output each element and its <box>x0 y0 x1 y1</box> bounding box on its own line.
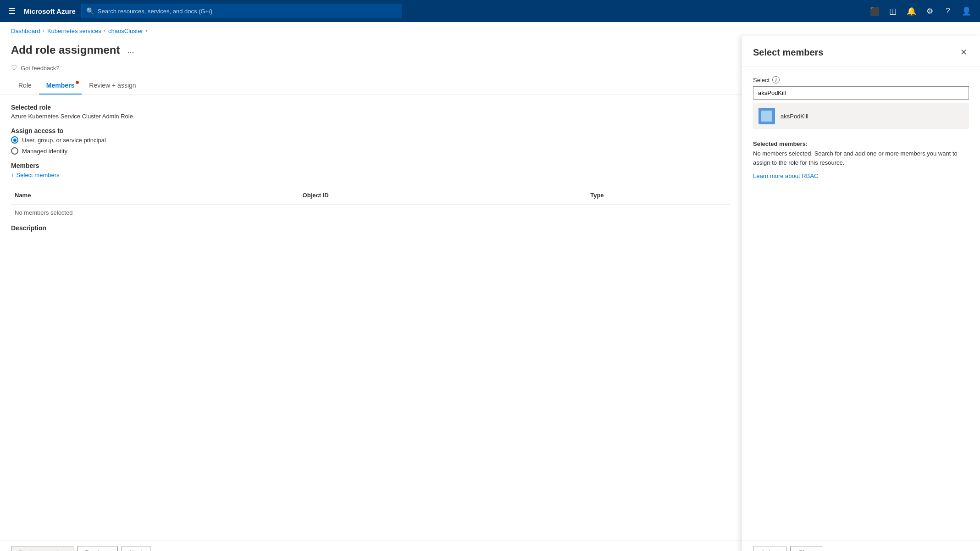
selected-role-section: Selected role Azure Kubernetes Service C… <box>11 104 731 120</box>
select-members-link-label: Select members <box>17 172 60 178</box>
right-panel: Select members ✕ Select i aksPodKill Sel… <box>742 36 980 551</box>
search-bar[interactable]: 🔍 <box>81 4 402 18</box>
selected-role-label: Selected role <box>11 104 731 111</box>
breadcrumb-sep-3: › <box>146 28 147 33</box>
page-header: Add role assignment ... <box>0 36 742 60</box>
right-panel-content: Select i aksPodKill Selected members: No… <box>742 67 980 540</box>
selected-members-title: Selected members: <box>753 140 808 147</box>
selected-members-info: Selected members: No members selected. S… <box>753 140 969 179</box>
feedback-label[interactable]: Got feedback? <box>21 65 60 72</box>
tabs: Role Members Review + assign <box>0 76 742 95</box>
next-button[interactable]: Next <box>122 546 150 551</box>
selected-role-value: Azure Kubernetes Service Cluster Admin R… <box>11 113 731 120</box>
breadcrumb-cluster[interactable]: chaosCluster <box>108 28 143 34</box>
radio-user-group[interactable]: User, group, or service principal <box>11 136 731 144</box>
radio-managed-identity[interactable]: Managed identity <box>11 147 731 155</box>
right-panel-header: Select members ✕ <box>742 36 980 67</box>
content-area: Selected role Azure Kubernetes Service C… <box>0 95 742 540</box>
table-empty-row: No members selected <box>11 205 731 221</box>
tab-review-label: Review + assign <box>89 82 136 89</box>
radio-user-group-circle <box>11 136 18 144</box>
description-section: Description <box>11 224 731 232</box>
result-name: aksPodKill <box>781 113 808 120</box>
assign-access-section: Assign access to User, group, or service… <box>11 127 731 155</box>
heart-icon: ♡ <box>11 64 17 72</box>
rbac-link[interactable]: Learn more about RBAC <box>753 173 969 179</box>
tab-members[interactable]: Members <box>39 76 82 95</box>
radio-group: User, group, or service principal Manage… <box>11 136 731 155</box>
select-field-label: Select i <box>753 76 969 83</box>
brand-logo: Microsoft Azure <box>24 7 76 15</box>
search-result-item[interactable]: aksPodKill <box>753 103 969 129</box>
search-input[interactable] <box>98 8 397 15</box>
feedback-bar: ♡ Got feedback? <box>0 60 742 76</box>
terminal-icon[interactable]: ⬛ <box>866 3 883 19</box>
plus-icon: + <box>11 172 15 178</box>
members-label: Members <box>11 162 731 169</box>
more-options-button[interactable]: ... <box>124 45 137 56</box>
top-navigation: ☰ Microsoft Azure 🔍 ⬛ ◫ 🔔 ⚙ ? 👤 <box>0 0 980 22</box>
table-header: Name Object ID Type <box>11 186 731 205</box>
right-panel-footer: Select Close <box>742 540 980 551</box>
radio-user-group-label: User, group, or service principal <box>22 137 106 144</box>
selected-members-desc: No members selected. Search for and add … <box>753 149 969 167</box>
table-empty-label: No members selected <box>11 207 299 218</box>
tab-role-label: Role <box>18 82 32 89</box>
previous-button[interactable]: Previous <box>77 546 117 551</box>
close-button[interactable]: Close <box>790 546 822 551</box>
bottom-bar: Review + assign Previous Next <box>0 540 742 551</box>
tab-review[interactable]: Review + assign <box>82 76 143 95</box>
info-icon[interactable]: i <box>772 76 780 83</box>
left-panel: Add role assignment ... ♡ Got feedback? … <box>0 36 742 551</box>
result-avatar <box>759 108 775 124</box>
breadcrumb-sep-2: › <box>104 28 105 33</box>
radio-managed-identity-label: Managed identity <box>22 148 67 155</box>
breadcrumb: Dashboard › Kubernetes services › chaosC… <box>0 22 980 36</box>
member-search-input[interactable] <box>753 86 969 100</box>
members-table: Name Object ID Type No members selected <box>11 186 731 221</box>
select-members-link[interactable]: + Select members <box>11 172 60 178</box>
settings-icon[interactable]: ⚙ <box>921 3 938 19</box>
main-wrapper: Add role assignment ... ♡ Got feedback? … <box>0 36 980 551</box>
review-assign-button[interactable]: Review + assign <box>11 546 73 551</box>
portal-icon[interactable]: ◫ <box>885 3 901 19</box>
close-panel-button[interactable]: ✕ <box>958 45 969 59</box>
breadcrumb-kubernetes[interactable]: Kubernetes services <box>47 28 101 34</box>
bell-icon[interactable]: 🔔 <box>903 3 919 19</box>
description-label: Description <box>11 224 731 232</box>
breadcrumb-dashboard[interactable]: Dashboard <box>11 28 40 34</box>
members-section: Members + Select members <box>11 162 731 178</box>
page-title: Add role assignment <box>11 44 120 56</box>
help-icon[interactable]: ? <box>940 3 956 19</box>
breadcrumb-sep-1: › <box>43 28 44 33</box>
search-icon: 🔍 <box>86 7 94 15</box>
select-button[interactable]: Select <box>753 546 786 551</box>
assign-access-label: Assign access to <box>11 127 731 134</box>
col-object-id: Object ID <box>299 190 587 200</box>
user-icon[interactable]: 👤 <box>958 3 974 19</box>
right-panel-title: Select members <box>753 47 823 58</box>
tab-role[interactable]: Role <box>11 76 39 95</box>
col-name: Name <box>11 190 299 200</box>
nav-icons: ⬛ ◫ 🔔 ⚙ ? 👤 <box>866 3 974 19</box>
radio-managed-identity-circle <box>11 147 18 155</box>
result-avatar-inner <box>761 111 772 122</box>
tab-members-label: Members <box>46 82 74 89</box>
hamburger-menu-icon[interactable]: ☰ <box>6 3 18 19</box>
tab-members-dot <box>76 81 79 84</box>
col-type: Type <box>587 190 731 200</box>
